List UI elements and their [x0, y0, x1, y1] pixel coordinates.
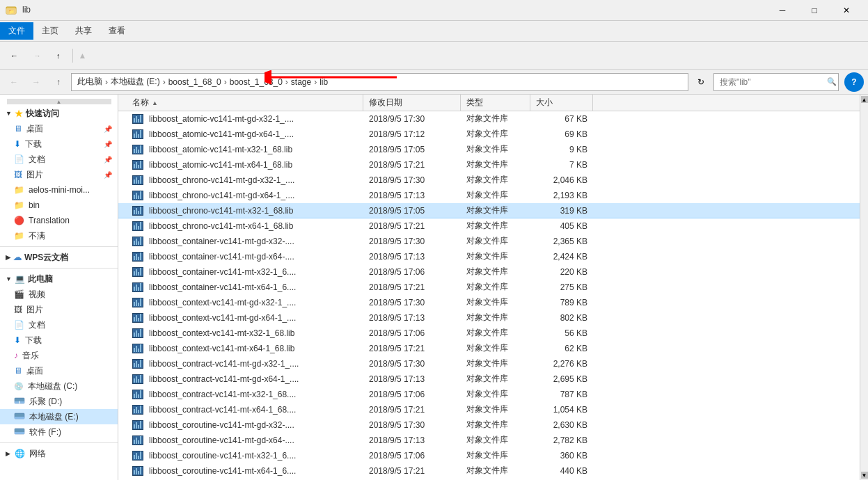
table-row[interactable]: libboost_coroutine-vc141-mt-x32-1_6.... … — [118, 448, 860, 463]
sidebar-thispc-header[interactable]: ▼ 💻 此电脑 — [0, 271, 118, 287]
svg-rect-11 — [15, 432, 24, 434]
cell-name: libboost_context-vc141-mt-x32-1_68.lib — [127, 328, 363, 338]
table-row[interactable]: libboost_context-vc141-mt-x64-1_68.lib 2… — [118, 341, 860, 356]
lib-file-icon — [132, 313, 143, 323]
nav-back-btn[interactable]: ← — [4, 72, 24, 92]
sidebar-item-driveF[interactable]: 软件 (F:) — [0, 424, 118, 440]
close-button[interactable]: ✕ — [830, 0, 862, 21]
sidebar-item-download[interactable]: ⬇ 下载 📌 — [0, 136, 118, 152]
table-row[interactable]: libboost_container-vc141-mt-gd-x64-.... … — [118, 249, 860, 264]
cell-date: 2018/9/5 17:05 — [363, 206, 461, 216]
sidebar-download-label: 下载 — [25, 138, 100, 150]
file-name-text: libboost_context-vc141-mt-gd-x64-1_.... — [149, 313, 296, 323]
lib-file-icon — [132, 435, 143, 445]
nav-up-btn[interactable]: ↑ — [49, 72, 68, 92]
table-row[interactable]: libboost_atomic-vc141-mt-x32-1_68.lib 20… — [118, 142, 860, 157]
sidebar-item-pic2[interactable]: 🖼 图片 — [0, 302, 118, 317]
forward-button[interactable]: → — [27, 46, 47, 65]
table-row[interactable]: libboost_container-vc141-mt-gd-x32-.... … — [118, 234, 860, 249]
sidebar-item-translation[interactable]: 🔴 Translation — [0, 213, 118, 228]
file-area: 名称 ▲ 修改日期 类型 大小 libboost_atomic-vc — [118, 95, 860, 480]
minimize-button[interactable]: ─ — [766, 0, 798, 21]
sidebar-item-driveD[interactable]: ⬇ 乐聚 (D:) — [0, 394, 118, 409]
table-row[interactable]: libboost_contract-vc141-mt-gd-x64-1_....… — [118, 371, 860, 387]
table-row[interactable]: libboost_container-vc141-mt-x32-1_6.... … — [118, 264, 860, 280]
cell-date: 2018/9/5 17:30 — [363, 237, 461, 246]
sidebar-item-buman[interactable]: 📁 不满 — [0, 228, 118, 243]
file-name-text: libboost_contract-vc141-mt-x32-1_68.... — [149, 390, 296, 399]
table-row[interactable]: libboost_contract-vc141-mt-gd-x32-1_....… — [118, 356, 860, 371]
sidebar-item-network[interactable]: ▶ 🌐 网络 — [0, 446, 118, 461]
sidebar-item-desktop2[interactable]: 🖥 桌面 — [0, 363, 118, 378]
sidebar-item-doc2[interactable]: 📄 文档 — [0, 317, 118, 333]
sidebar-scroll-up[interactable]: ▲ — [0, 97, 118, 106]
cell-type: 对象文件库 — [461, 312, 530, 323]
sidebar-wps-header[interactable]: ▶ ☁ WPS云文档 — [0, 250, 118, 265]
menu-bar: 文件 主页 共享 查看 — [0, 21, 868, 42]
lib-file-icon — [132, 298, 143, 307]
cell-date: 2018/9/5 17:13 — [363, 191, 461, 200]
sidebar-item-desktop[interactable]: 🖥 桌面 📌 — [0, 121, 118, 136]
sidebar-item-doc[interactable]: 📄 文档 📌 — [0, 152, 118, 167]
up-button[interactable]: ↑ — [50, 46, 67, 65]
table-row[interactable]: libboost_contract-vc141-mt-x64-1_68.... … — [118, 402, 860, 417]
file-name-text: libboost_atomic-vc141-mt-x64-1_68.lib — [149, 160, 292, 170]
sidebar-driveC-label: 本地磁盘 (C:) — [28, 381, 112, 392]
path-sep-2: › — [163, 77, 166, 87]
sidebar-item-aelos[interactable]: 📁 aelos-mini-moi... — [0, 182, 118, 198]
table-row[interactable]: libboost_atomic-vc141-mt-gd-x32-1_.... 2… — [118, 111, 860, 127]
table-row[interactable]: libboost_atomic-vc141-mt-x64-1_68.lib 20… — [118, 157, 860, 173]
sidebar-music-label: 音乐 — [22, 350, 112, 362]
menu-item-view[interactable]: 查看 — [100, 22, 134, 40]
menu-item-file[interactable]: 文件 — [0, 22, 33, 40]
title-bar-icons: 📁 lib — [6, 5, 31, 16]
cell-name: libboost_coroutine-vc141-mt-gd-x32-.... — [127, 420, 363, 430]
table-row[interactable]: libboost_coroutine-vc141-mt-gd-x64-.... … — [118, 433, 860, 448]
sidebar-item-driveC[interactable]: 💿 本地磁盘 (C:) — [0, 378, 118, 394]
table-row[interactable]: libboost_context-vc141-mt-x32-1_68.lib 2… — [118, 326, 860, 341]
sidebar-item-pic[interactable]: 🖼 图片 📌 — [0, 167, 118, 182]
desktop-icon-2: 🖥 — [14, 366, 22, 376]
file-name-text: libboost_chrono-vc141-mt-gd-x32-1_.... — [149, 175, 294, 185]
menu-item-share[interactable]: 共享 — [67, 22, 100, 40]
chevron-right-icon: ▶ — [6, 254, 10, 261]
sidebar-scrollbar[interactable]: ▲ ▼ — [860, 95, 868, 480]
table-row[interactable]: libboost_coroutine-vc141-mt-gd-x32-.... … — [118, 417, 860, 433]
cell-size: 319 KB — [530, 206, 593, 216]
cell-date: 2018/9/5 17:30 — [363, 420, 461, 430]
folder-icon-aelos: 📁 — [14, 185, 24, 195]
col-header-size[interactable]: 大小 — [530, 95, 593, 111]
forward-icon: → — [33, 51, 41, 60]
lib-file-icon — [132, 344, 143, 353]
sidebar-item-bin[interactable]: 📁 bin — [0, 198, 118, 213]
back-button[interactable]: ← — [4, 46, 24, 65]
table-row[interactable]: libboost_atomic-vc141-mt-gd-x64-1_.... 2… — [118, 127, 860, 142]
table-row[interactable]: libboost_coroutine-vc141-mt-x64-1_6.... … — [118, 463, 860, 479]
sidebar-item-driveE[interactable]: 本地磁盘 (E:) — [0, 409, 118, 424]
search-icon[interactable]: 🔍 — [827, 77, 837, 86]
table-row[interactable]: libboost_contract-vc141-mt-x32-1_68.... … — [118, 387, 860, 402]
maximize-button[interactable]: □ — [798, 0, 830, 21]
table-row[interactable]: libboost_chrono-vc141-mt-gd-x64-1_.... 2… — [118, 188, 860, 203]
cell-date: 2018/9/5 17:21 — [363, 344, 461, 353]
table-row[interactable]: libboost_chrono-vc141-mt-x32-1_68.lib 20… — [118, 203, 860, 218]
refresh-button[interactable]: ↻ — [691, 72, 711, 92]
table-row[interactable]: libboost_chrono-vc141-mt-gd-x32-1_.... 2… — [118, 173, 860, 188]
table-row[interactable]: libboost_container-vc141-mt-x64-1_6.... … — [118, 280, 860, 295]
col-header-type[interactable]: 类型 — [461, 95, 530, 111]
table-row[interactable]: libboost_context-vc141-mt-gd-x32-1_.... … — [118, 295, 860, 310]
col-header-name[interactable]: 名称 ▲ — [127, 95, 363, 111]
sidebar-quickaccess-header[interactable]: ▼ ★ 快速访问 — [0, 106, 118, 121]
help-button[interactable]: ? — [844, 72, 864, 92]
nav-forward-btn[interactable]: → — [26, 72, 46, 92]
sidebar-item-music[interactable]: ♪ 音乐 — [0, 348, 118, 363]
sidebar-item-download2[interactable]: ⬇ 下载 — [0, 333, 118, 348]
lib-file-icon — [132, 451, 143, 461]
search-input[interactable] — [720, 77, 824, 87]
table-row[interactable]: libboost_context-vc141-mt-gd-x64-1_.... … — [118, 310, 860, 326]
col-header-date[interactable]: 修改日期 — [363, 95, 461, 111]
menu-item-home[interactable]: 主页 — [33, 22, 67, 40]
sidebar-doc-label: 文档 — [29, 154, 100, 166]
sidebar-item-video[interactable]: 🎬 视频 — [0, 287, 118, 302]
table-row[interactable]: libboost_chrono-vc141-mt-x64-1_68.lib 20… — [118, 218, 860, 234]
